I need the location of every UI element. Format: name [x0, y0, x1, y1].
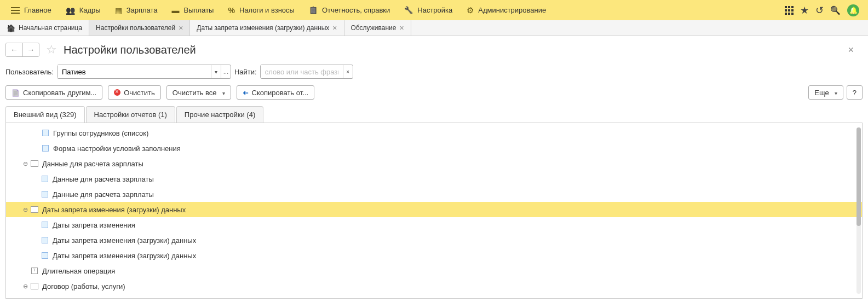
item-icon [41, 252, 49, 259]
item-icon [41, 175, 49, 183]
clear-icon [114, 89, 120, 96]
menu-label: Настройка [417, 6, 452, 14]
menu-label: Главное [24, 6, 51, 14]
help-button[interactable]: ? [847, 85, 863, 100]
tree-label: Форма настройки условий заполнения [53, 144, 181, 153]
menu-zarplata[interactable]: Зарплата [108, 3, 164, 18]
page-header: ← → ☆ Настройки пользователей × [0, 36, 868, 61]
button-label: Очистить все [173, 89, 217, 97]
button-label: ? [853, 89, 856, 97]
collapse-icon[interactable]: ⊖ [21, 206, 29, 213]
wrench-icon [404, 6, 413, 14]
page-close-button[interactable]: × [848, 44, 863, 56]
tree-folder[interactable]: ⊖ Данные для расчета зарплаты [6, 156, 862, 171]
hamburger-menu-button[interactable]: Главное [4, 3, 58, 18]
user-combo: ▾ … [57, 65, 231, 79]
user-input[interactable] [58, 65, 211, 78]
item-icon [41, 221, 49, 229]
tab-label: Даты запрета изменения (загрузки) данных [197, 24, 329, 32]
item-icon [41, 129, 50, 137]
tree-label: Даты запрета изменения (загрузки) данных [53, 236, 196, 245]
settings-tree: Группы сотрудников (список) Форма настро… [6, 123, 862, 296]
home-icon [7, 24, 15, 32]
tabs-bar: Начальная страница Настройки пользовател… [0, 20, 868, 36]
item-icon [41, 190, 49, 198]
history-button[interactable] [815, 4, 824, 16]
menu-label: Кадры [79, 6, 101, 14]
tree-label: Договор (работы, услуги) [42, 282, 125, 290]
button-label: Скопировать от... [252, 89, 309, 97]
menu-admin[interactable]: Администрирование [460, 2, 553, 19]
close-icon[interactable]: × [332, 24, 337, 32]
tab-edit-lock-dates[interactable]: Даты запрета изменения (загрузки) данных… [190, 20, 344, 36]
back-button[interactable]: ← [6, 43, 22, 56]
sub-tab-appearance[interactable]: Внешний вид (329) [5, 106, 85, 123]
folder-icon [30, 282, 39, 290]
tab-home[interactable]: Начальная страница [0, 20, 89, 36]
find-label: Найти: [234, 68, 257, 76]
menu-kadry[interactable]: Кадры [59, 3, 107, 18]
menu-nalogi[interactable]: Налоги и взносы [221, 3, 301, 18]
tree-leaf[interactable]: Длительная операция [6, 263, 862, 278]
apps-grid-button[interactable] [785, 6, 794, 15]
tab-label: Настройки пользователей [96, 24, 175, 32]
tab-label: Обслуживание [351, 24, 396, 32]
tree-folder-selected[interactable]: ⊖ Даты запрета изменения (загрузки) данн… [6, 202, 862, 217]
menu-vyplaty[interactable]: Выплаты [165, 3, 221, 18]
search-button[interactable] [830, 5, 841, 15]
favorite-star-button[interactable]: ☆ [46, 43, 57, 57]
forward-button[interactable]: → [22, 43, 39, 56]
menu-label: Зарплата [127, 6, 158, 14]
toolbar: Скопировать другим... Очистить Очистить … [0, 82, 868, 103]
close-icon[interactable]: × [179, 24, 183, 32]
item-icon [30, 267, 39, 275]
collapse-icon[interactable]: ⊖ [21, 160, 29, 167]
tree-item[interactable]: Даты запрета изменения (загрузки) данных [6, 248, 862, 263]
tree-label: Данные для расчета зарплаты [53, 190, 154, 199]
main-menu-bar: Главное Кадры Зарплата Выплаты Налоги и … [0, 0, 868, 20]
item-icon [41, 236, 49, 244]
tree-item[interactable]: Даты запрета изменения [6, 217, 862, 233]
clear-all-button[interactable]: Очистить все [166, 85, 231, 100]
report-icon [309, 6, 318, 14]
scrollbar-track[interactable] [856, 127, 861, 294]
tree-label: Даты запрета изменения (загрузки) данных [42, 206, 186, 214]
more-button[interactable]: Еще [808, 85, 843, 100]
tree-item[interactable]: Данные для расчета зарплаты [6, 187, 862, 202]
tree-item[interactable]: Группы сотрудников (список) [6, 125, 862, 141]
percent-icon [228, 6, 234, 15]
favorites-button[interactable] [800, 4, 809, 16]
tree-label: Группы сотрудников (список) [53, 129, 148, 137]
close-icon[interactable]: × [399, 24, 404, 32]
tree-label: Данные для расчета зарплаты [53, 175, 154, 183]
copy-icon [12, 89, 20, 97]
menu-label: Отчетность, справки [322, 6, 390, 14]
tree-label: Даты запрета изменения (загрузки) данных [53, 252, 196, 260]
open-dialog-button[interactable]: … [221, 65, 231, 78]
collapse-icon[interactable]: ⊖ [21, 283, 29, 290]
menu-label: Выплаты [184, 6, 214, 14]
gear-icon [467, 5, 474, 15]
notifications-button[interactable] [847, 4, 859, 16]
scrollbar-thumb[interactable] [856, 127, 861, 226]
tree-item[interactable]: Даты запрета изменения (загрузки) данных [6, 233, 862, 248]
tree-folder[interactable]: ⊖ Договор (работы, услуги) [6, 278, 862, 294]
dropdown-button[interactable]: ▾ [211, 65, 221, 78]
copy-from-button[interactable]: Скопировать от... [237, 85, 315, 100]
tree-item[interactable]: Данные для расчета зарплаты [6, 171, 862, 187]
tree-item[interactable]: Форма настройки условий заполнения [6, 141, 862, 156]
sub-tab-report-settings[interactable]: Настройки отчетов (1) [86, 106, 175, 123]
item-icon [41, 144, 50, 152]
search-input[interactable] [261, 65, 343, 78]
tab-maintenance[interactable]: Обслуживание × [344, 20, 411, 36]
calculator-icon [115, 6, 122, 15]
chevron-down-icon [220, 89, 225, 97]
menu-nastroyka[interactable]: Настройка [398, 3, 459, 18]
copy-to-others-button[interactable]: Скопировать другим... [5, 85, 102, 100]
clear-button[interactable]: Очистить [108, 85, 161, 100]
menu-otchetnost[interactable]: Отчетность, справки [302, 3, 396, 18]
button-label: Скопировать другим... [23, 89, 96, 97]
clear-search-button[interactable]: × [343, 65, 353, 78]
sub-tab-other-settings[interactable]: Прочие настройки (4) [176, 106, 263, 123]
tab-user-settings[interactable]: Настройки пользователей × [89, 20, 190, 36]
